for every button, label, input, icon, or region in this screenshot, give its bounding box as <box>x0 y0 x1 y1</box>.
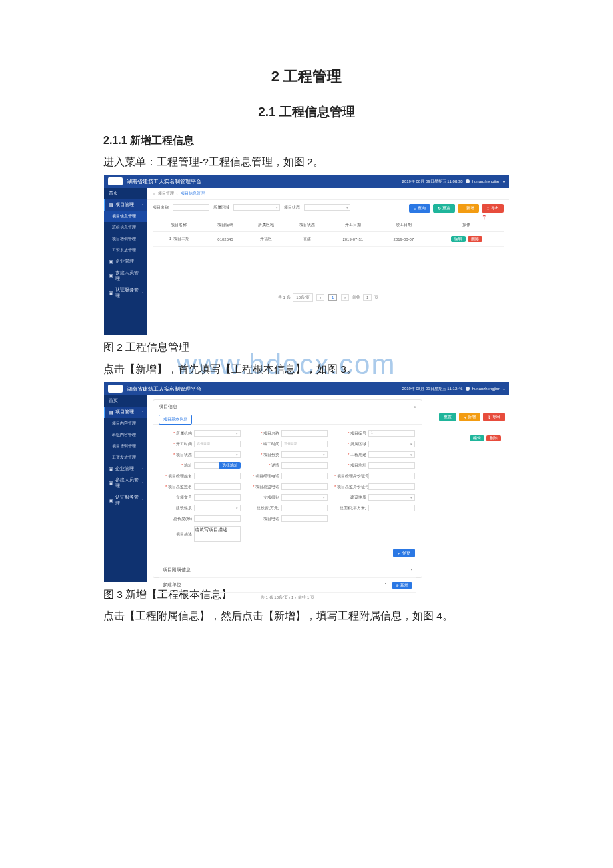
filter-label-area: 所属区域 <box>213 205 229 211</box>
input-org[interactable]: ▾ <box>194 430 241 437</box>
pager-goto-input[interactable]: 1 <box>307 595 309 599</box>
input-detailaddr[interactable] <box>368 462 415 469</box>
input-area[interactable]: ▾ <box>368 441 415 447</box>
filter-label-status: 项目状态 <box>284 205 300 211</box>
sidebar-item-4[interactable]: 工资发放管理 <box>104 452 147 463</box>
header-user[interactable]: hunanzhengjian <box>472 387 500 391</box>
sidebar-company-group[interactable]: ▣企业管理˅ <box>104 256 147 267</box>
input-length[interactable] <box>194 515 241 522</box>
cell-status: 在建 <box>287 232 327 247</box>
input-end[interactable]: 选择日期 <box>281 441 328 447</box>
input-category[interactable]: ▾ <box>281 451 328 458</box>
pager-prev[interactable]: ‹ <box>316 294 324 301</box>
sidebar-item-3[interactable]: 项目培训管理 <box>104 441 147 452</box>
reset-button[interactable]: 重置 <box>439 413 456 421</box>
input-start[interactable]: 选择日期 <box>194 441 241 447</box>
sidebar-item-salary[interactable]: 工资发放管理 <box>104 245 147 256</box>
pager-page[interactable]: 1 <box>291 595 293 599</box>
sidebar-project-group[interactable]: ▤项目管理˄ <box>104 199 147 211</box>
sidebar-worker-group[interactable]: ▣参建人员管理˅ <box>104 267 147 285</box>
label-purpose: 工程用途 <box>334 452 366 458</box>
sidebar-home[interactable]: 首页 <box>104 188 147 199</box>
sidebar-item-training[interactable]: 项目培训管理 <box>104 233 147 245</box>
export-button[interactable]: ↧导出 <box>482 204 504 213</box>
reset-button[interactable]: ↻重置 <box>433 204 455 213</box>
save-button[interactable]: ✓ 保存 <box>393 549 415 557</box>
label-setupdoc: 立项文号 <box>160 495 192 501</box>
input-setupdoc[interactable] <box>194 494 241 501</box>
chevron-down-icon: ▾ <box>346 205 348 209</box>
sidebar-company-label: 企业管理 <box>115 466 134 472</box>
cell-code: 0102545 <box>205 232 245 247</box>
export-button[interactable]: ↧ 导出 <box>483 413 505 421</box>
input-invest[interactable] <box>281 505 328 511</box>
doc-paragraph-2: 点击【新增】，首先填写【工程根本信息】，如图 3。 <box>103 361 510 378</box>
pager-next[interactable]: › <box>341 294 349 301</box>
main-content: 重置 + 新增 ↧ 导出 编辑 删除 项目信息 × 项目基本信息 所属机构▾ 项… <box>147 395 509 582</box>
accordion-attach-info[interactable]: 项目附属信息 › <box>159 563 416 578</box>
add-button[interactable]: + 新增 <box>459 413 480 421</box>
input-purpose[interactable]: ▾ <box>368 451 415 458</box>
filter-input-name[interactable] <box>173 204 209 211</box>
row-edit-button[interactable]: 编辑 <box>451 236 466 242</box>
input-address[interactable] <box>194 462 219 469</box>
pager-pagesize[interactable]: 10条/页 <box>274 595 287 599</box>
pager-next[interactable]: › <box>295 595 296 599</box>
sidebar-device-group[interactable]: ▣认证服务管理˅ <box>104 285 147 302</box>
filter-select-area[interactable]: ▾ <box>233 204 280 211</box>
input-projname[interactable] <box>281 430 328 437</box>
accordion-add-button[interactable]: ⊕ 新增 <box>392 582 412 589</box>
input-safety-phone[interactable] <box>281 483 328 490</box>
sidebar-item-team-info[interactable]: 班组信息管理 <box>104 222 147 233</box>
row-delete-button[interactable]: 删除 <box>486 435 501 441</box>
input-detail[interactable] <box>281 462 328 469</box>
sidebar-project-group[interactable]: ▤项目管理˄ <box>104 407 147 418</box>
modal-close-button[interactable]: × <box>414 405 416 409</box>
input-projno[interactable]: 1 <box>368 430 415 437</box>
cell-end: 2019-08-07 <box>378 232 429 247</box>
search-button[interactable]: ⌕查询 <box>409 204 430 213</box>
sidebar-item-project-info[interactable]: 项目信息管理 <box>104 211 147 222</box>
input-status[interactable]: ▾ <box>194 451 241 458</box>
sidebar-home[interactable]: 首页 <box>104 395 147 407</box>
input-buildnature[interactable]: ▾ <box>368 494 415 501</box>
sidebar-item-1[interactable]: 项目内容管理 <box>104 418 147 429</box>
header-user[interactable]: hunanzhengjian <box>472 179 500 183</box>
textarea-desc[interactable]: 请填写项目描述 <box>194 526 241 542</box>
input-mgr-id[interactable] <box>368 473 415 479</box>
row-edit-button[interactable]: 编辑 <box>470 435 484 441</box>
sidebar-device-group[interactable]: ▣认证服务管理˅ <box>104 492 147 509</box>
chevron-down-icon: ▾ <box>236 453 238 457</box>
accordion-participants[interactable]: 参建单位 ˅ ⊕ 新增 <box>159 578 416 593</box>
filter-select-status[interactable]: ▾ <box>304 204 350 211</box>
crumb-parent[interactable]: 项目管理 <box>158 191 174 197</box>
add-button[interactable]: +新增 <box>458 204 479 213</box>
input-buildarea[interactable] <box>368 505 415 511</box>
choose-address-button[interactable]: 选择地址 <box>219 462 241 469</box>
row-delete-button[interactable]: 删除 <box>468 236 482 242</box>
app-logo <box>108 177 123 185</box>
tab-basic-info[interactable]: 项目基本信息 <box>159 415 192 425</box>
sidebar-company-group[interactable]: ▣企业管理˅ <box>104 463 147 475</box>
pager-prev[interactable]: ‹ <box>289 595 290 599</box>
input-setuplevel[interactable]: ▾ <box>281 494 328 501</box>
input-safety-name[interactable] <box>194 483 241 490</box>
input-mgr-phone[interactable] <box>281 473 328 479</box>
sidebar-item-2[interactable]: 班组内容管理 <box>104 429 147 441</box>
chevron-down-icon[interactable]: ▾ <box>503 387 505 391</box>
project-info-modal: 项目信息 × 项目基本信息 所属机构▾ 项目名称 项目编号1 开工时间选择日期 … <box>153 399 422 578</box>
label-buildtype: 建设性质 <box>160 505 192 511</box>
header-right: 2019年 08月 09日星期五 11:08:38 hunanzhengjian… <box>402 179 505 185</box>
pager-goto-input[interactable]: 1 <box>363 294 372 301</box>
input-contact[interactable] <box>281 515 328 522</box>
row-ops-bg: 编辑 删除 <box>470 435 501 441</box>
label-safety-id: 项目总监身份证号 <box>334 484 366 490</box>
input-buildtype[interactable]: ▾ <box>194 505 241 511</box>
input-safety-id[interactable] <box>368 483 415 490</box>
header-datetime: 2019年 08月 09日星期五 11:12:46 <box>402 386 463 392</box>
pager-page[interactable]: 1 <box>328 294 337 301</box>
sidebar-worker-group[interactable]: ▣参建人员管理˅ <box>104 475 147 492</box>
input-mgr-name[interactable] <box>194 473 241 479</box>
chevron-down-icon[interactable]: ▾ <box>503 179 505 184</box>
pager-pagesize[interactable]: 10条/页 <box>293 293 312 302</box>
